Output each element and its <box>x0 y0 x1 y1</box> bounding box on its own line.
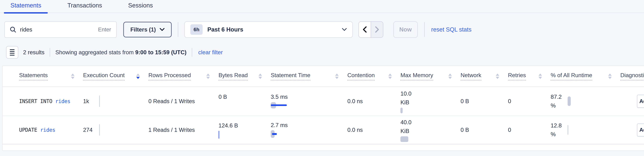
filters-label: Filters (1) <box>130 26 156 33</box>
results-divider <box>192 48 192 57</box>
table-row: INSERT INTO rides 1k 0 Reads / 1 Writes … <box>2 87 644 116</box>
time-range-selector[interactable]: 6h Past 6 Hours <box>184 21 353 38</box>
sort-arrows-icon <box>206 74 210 79</box>
sort-arrows-icon <box>388 74 392 79</box>
contention-value: 0.0 ns <box>347 98 363 104</box>
column-header-statements[interactable]: Statements <box>19 66 83 86</box>
execution-count-bar <box>99 96 100 107</box>
execution-count-cell: 1k <box>83 87 148 116</box>
chevron-down-icon <box>342 28 347 31</box>
column-header-network[interactable]: Network <box>460 66 508 86</box>
statement-link[interactable]: INSERT INTO rides <box>19 98 70 104</box>
activate-diagnostics-button[interactable]: Activate <box>637 124 644 137</box>
execution-count-value: 274 <box>83 127 92 133</box>
pct-runtime-value: 87.2 % <box>550 92 566 110</box>
time-range-label: Past 6 Hours <box>207 26 243 33</box>
statement-time-bar <box>271 102 294 109</box>
retries-cell: 0 <box>508 87 550 116</box>
contention-value: 0.0 ns <box>347 127 363 133</box>
pct-runtime-cell: 87.2 % <box>550 87 620 116</box>
toolbar-divider <box>178 22 178 37</box>
filters-button[interactable]: Filters (1) <box>123 22 172 37</box>
clear-filter-link[interactable]: clear filter <box>198 49 223 56</box>
activate-diagnostics-button[interactable]: Activate <box>637 95 644 108</box>
sort-arrows-icon <box>448 74 452 79</box>
tab-statements[interactable]: Statements <box>4 0 48 13</box>
rows-processed-value: 0 Reads / 1 Writes <box>148 98 195 104</box>
search-box[interactable]: Enter <box>4 21 117 38</box>
column-selector-button[interactable] <box>6 46 18 59</box>
showing-prefix: Showing aggregated stats from <box>56 49 134 55</box>
rows-processed-cell: 1 Reads / 1 Writes <box>148 116 218 144</box>
statement-link[interactable]: UPDATE rides <box>19 127 55 133</box>
column-header-max-memory[interactable]: Max Memory <box>400 66 460 86</box>
showing-range: 9:00 to 15:59 (UTC) <box>135 49 186 55</box>
column-header-pct-of-all-runtime[interactable]: % of All Runtime <box>550 66 620 86</box>
sort-arrows-icon <box>136 74 140 79</box>
column-header-rows-processed[interactable]: Rows Processed <box>148 66 218 86</box>
search-enter-hint: Enter <box>98 26 111 33</box>
column-header-statement-time[interactable]: Statement Time <box>271 66 347 86</box>
contention-cell: 0.0 ns <box>347 116 400 144</box>
network-value: 0 B <box>460 98 469 104</box>
column-header-bytes-read[interactable]: Bytes Read <box>218 66 271 86</box>
max-memory-value: 40.0 KiB <box>400 118 419 136</box>
column-header-diagnostics[interactable]: Diagnostics <box>620 66 644 86</box>
max-memory-bar <box>400 136 408 142</box>
max-memory-cell: 10.0 KiB <box>400 87 460 116</box>
statement-cell: INSERT INTO rides <box>19 87 83 116</box>
column-header-execution-count[interactable]: Execution Count <box>83 66 148 86</box>
sort-arrows-icon <box>335 74 338 79</box>
statement-time-value: 3.5 ms <box>271 94 288 100</box>
toolbar-divider <box>424 22 425 37</box>
retries-value: 0 <box>508 98 511 104</box>
search-input[interactable] <box>20 26 98 33</box>
bytes-read-bar <box>218 131 219 139</box>
results-bar: 2 results Showing aggregated stats from … <box>6 46 644 59</box>
execution-count-value: 1k <box>83 98 89 104</box>
column-header-retries[interactable]: Retries <box>508 66 550 86</box>
tab-bar: Statements Transactions Sessions <box>0 0 644 13</box>
time-range-badge: 6h <box>190 24 202 35</box>
bytes-read-cell: 0 B <box>218 87 271 116</box>
statement-time-cell: 2.7 ms <box>271 116 347 144</box>
time-prev-button[interactable] <box>359 22 371 37</box>
bytes-read-cell: 124.6 B <box>218 116 271 144</box>
now-button[interactable]: Now <box>393 21 418 38</box>
caret-left-icon <box>363 26 367 33</box>
network-cell: 0 B <box>460 87 508 116</box>
reset-sql-stats-link[interactable]: reset SQL stats <box>431 26 472 33</box>
statements-table: Statements Execution Count Rows Processe… <box>2 66 644 151</box>
max-memory-value: 10.0 KiB <box>400 89 419 107</box>
sort-arrows-icon <box>608 74 612 79</box>
rows-processed-value: 1 Reads / 1 Writes <box>148 127 195 133</box>
statement-cell: UPDATE rides <box>19 116 83 144</box>
statement-time-cell: 3.5 ms <box>271 87 347 116</box>
column-header-contention[interactable]: Contention <box>347 66 400 86</box>
rows-processed-cell: 0 Reads / 1 Writes <box>148 87 218 116</box>
retries-cell: 0 <box>508 116 550 144</box>
chevron-down-icon <box>160 28 164 31</box>
time-next-button[interactable] <box>371 22 383 37</box>
max-memory-bar <box>400 108 403 113</box>
retries-value: 0 <box>508 127 511 133</box>
toolbar: Enter Filters (1) 6h Past 6 Hours Now re… <box>4 21 644 38</box>
execution-count-bar <box>99 124 100 136</box>
sort-arrows-icon <box>71 74 74 79</box>
sort-arrows-icon <box>258 74 262 79</box>
results-divider <box>50 48 50 57</box>
diagnostics-cell: Activate <box>620 87 644 116</box>
search-icon <box>10 26 16 32</box>
pct-runtime-bar <box>568 125 568 135</box>
statement-time-value: 2.7 ms <box>271 122 288 128</box>
pct-runtime-value: 12.8 % <box>550 121 566 139</box>
statements-page: Statements Transactions Sessions Enter F… <box>0 0 644 156</box>
max-memory-cell: 40.0 KiB <box>400 116 460 144</box>
tab-transactions[interactable]: Transactions <box>61 0 108 13</box>
results-count: 2 results <box>23 49 44 56</box>
tab-sessions[interactable]: Sessions <box>122 0 159 13</box>
sort-arrows-icon <box>538 74 542 79</box>
execution-count-cell: 274 <box>83 116 148 144</box>
showing-stats-text: Showing aggregated stats from 9:00 to 15… <box>56 49 186 56</box>
bytes-read-value: 124.6 B <box>218 121 239 130</box>
